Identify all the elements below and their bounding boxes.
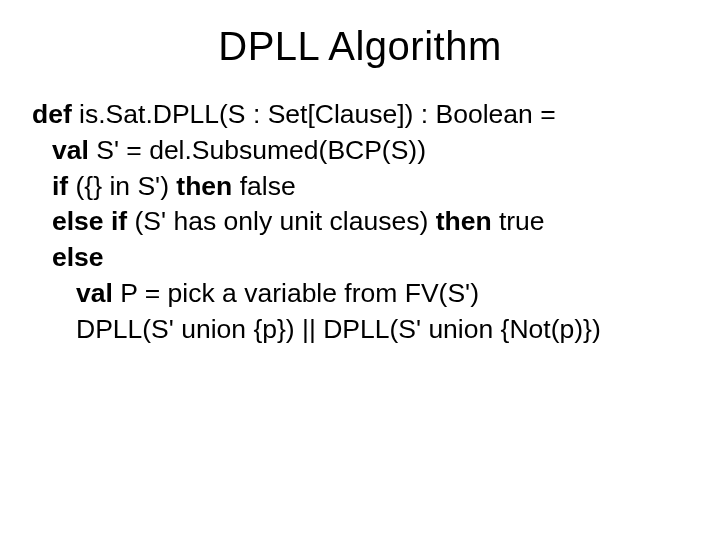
keyword-then: then: [436, 206, 492, 236]
code-line-2: val S' = del.Subsumed(BCP(S)): [32, 133, 690, 169]
keyword-def: def: [32, 99, 72, 129]
keyword-val: val: [76, 278, 113, 308]
keyword-if: if: [52, 171, 68, 201]
code-text: ({} in S'): [68, 171, 176, 201]
code-line-5: else: [32, 240, 690, 276]
slide: DPLL Algorithm def is.Sat.DPLL(S : Set[C…: [30, 24, 690, 516]
code-block: def is.Sat.DPLL(S : Set[Clause]) : Boole…: [30, 97, 690, 347]
code-text: P = pick a variable from FV(S'): [113, 278, 479, 308]
slide-title: DPLL Algorithm: [30, 24, 690, 69]
keyword-then: then: [176, 171, 232, 201]
code-text: (S' has only unit clauses): [127, 206, 435, 236]
code-line-3: if ({} in S') then false: [32, 169, 690, 205]
code-text: is.Sat.DPLL(S : Set[Clause]) : Boolean =: [72, 99, 556, 129]
keyword-val: val: [52, 135, 89, 165]
code-text: false: [232, 171, 295, 201]
keyword-elseif: else if: [52, 206, 127, 236]
code-line-6: val P = pick a variable from FV(S'): [32, 276, 690, 312]
code-line-4: else if (S' has only unit clauses) then …: [32, 204, 690, 240]
code-text: true: [492, 206, 545, 236]
code-line-7: DPLL(S' union {p}) || DPLL(S' union {Not…: [32, 312, 690, 348]
code-line-1: def is.Sat.DPLL(S : Set[Clause]) : Boole…: [32, 97, 690, 133]
code-text: DPLL(S' union {p}) || DPLL(S' union {Not…: [76, 314, 601, 344]
keyword-else: else: [52, 242, 104, 272]
code-text: S' = del.Subsumed(BCP(S)): [89, 135, 426, 165]
